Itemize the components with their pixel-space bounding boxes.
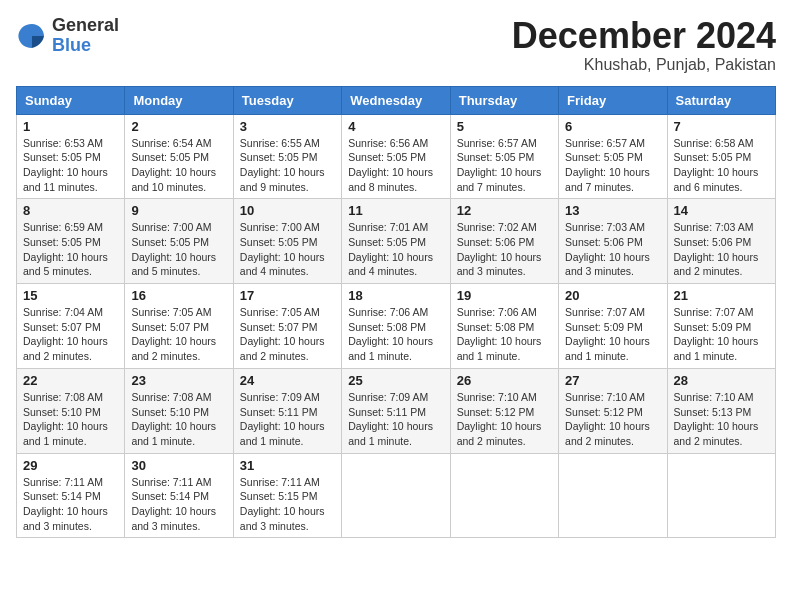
calendar-cell: 14 Sunrise: 7:03 AMSunset: 5:06 PMDaylig… [667,199,775,284]
calendar-cell: 16 Sunrise: 7:05 AMSunset: 5:07 PMDaylig… [125,284,233,369]
day-detail: Sunrise: 7:07 AMSunset: 5:09 PMDaylight:… [674,306,759,362]
day-detail: Sunrise: 7:00 AMSunset: 5:05 PMDaylight:… [131,221,216,277]
day-number: 7 [674,119,769,134]
day-number: 25 [348,373,443,388]
col-wednesday: Wednesday [342,86,450,114]
calendar-cell: 20 Sunrise: 7:07 AMSunset: 5:09 PMDaylig… [559,284,667,369]
day-detail: Sunrise: 7:10 AMSunset: 5:12 PMDaylight:… [565,391,650,447]
day-number: 20 [565,288,660,303]
day-number: 13 [565,203,660,218]
day-number: 12 [457,203,552,218]
day-detail: Sunrise: 7:08 AMSunset: 5:10 PMDaylight:… [131,391,216,447]
calendar-cell: 30 Sunrise: 7:11 AMSunset: 5:14 PMDaylig… [125,453,233,538]
logo-text: General Blue [52,16,119,56]
day-detail: Sunrise: 7:03 AMSunset: 5:06 PMDaylight:… [565,221,650,277]
day-number: 18 [348,288,443,303]
calendar-cell: 18 Sunrise: 7:06 AMSunset: 5:08 PMDaylig… [342,284,450,369]
calendar-cell: 9 Sunrise: 7:00 AMSunset: 5:05 PMDayligh… [125,199,233,284]
day-number: 15 [23,288,118,303]
calendar-cell [559,453,667,538]
calendar-cell: 22 Sunrise: 7:08 AMSunset: 5:10 PMDaylig… [17,368,125,453]
calendar-cell [667,453,775,538]
calendar-cell: 31 Sunrise: 7:11 AMSunset: 5:15 PMDaylig… [233,453,341,538]
location: Khushab, Punjab, Pakistan [512,56,776,74]
calendar-cell: 4 Sunrise: 6:56 AMSunset: 5:05 PMDayligh… [342,114,450,199]
page-header: General Blue December 2024 Khushab, Punj… [16,16,776,74]
calendar-cell: 21 Sunrise: 7:07 AMSunset: 5:09 PMDaylig… [667,284,775,369]
calendar-cell: 27 Sunrise: 7:10 AMSunset: 5:12 PMDaylig… [559,368,667,453]
calendar-week-row: 15 Sunrise: 7:04 AMSunset: 5:07 PMDaylig… [17,284,776,369]
day-detail: Sunrise: 7:01 AMSunset: 5:05 PMDaylight:… [348,221,433,277]
day-detail: Sunrise: 7:08 AMSunset: 5:10 PMDaylight:… [23,391,108,447]
logo-general: General [52,15,119,35]
calendar-week-row: 8 Sunrise: 6:59 AMSunset: 5:05 PMDayligh… [17,199,776,284]
calendar-cell: 7 Sunrise: 6:58 AMSunset: 5:05 PMDayligh… [667,114,775,199]
col-friday: Friday [559,86,667,114]
title-block: December 2024 Khushab, Punjab, Pakistan [512,16,776,74]
month-title: December 2024 [512,16,776,56]
day-number: 14 [674,203,769,218]
day-detail: Sunrise: 7:04 AMSunset: 5:07 PMDaylight:… [23,306,108,362]
calendar-cell: 6 Sunrise: 6:57 AMSunset: 5:05 PMDayligh… [559,114,667,199]
day-detail: Sunrise: 6:53 AMSunset: 5:05 PMDaylight:… [23,137,108,193]
calendar-cell: 17 Sunrise: 7:05 AMSunset: 5:07 PMDaylig… [233,284,341,369]
day-number: 5 [457,119,552,134]
day-number: 6 [565,119,660,134]
calendar-cell: 25 Sunrise: 7:09 AMSunset: 5:11 PMDaylig… [342,368,450,453]
day-detail: Sunrise: 6:58 AMSunset: 5:05 PMDaylight:… [674,137,759,193]
day-detail: Sunrise: 6:55 AMSunset: 5:05 PMDaylight:… [240,137,325,193]
day-number: 22 [23,373,118,388]
logo: General Blue [16,16,119,56]
day-number: 19 [457,288,552,303]
day-detail: Sunrise: 7:11 AMSunset: 5:15 PMDaylight:… [240,476,325,532]
calendar-cell: 28 Sunrise: 7:10 AMSunset: 5:13 PMDaylig… [667,368,775,453]
day-number: 10 [240,203,335,218]
calendar-cell [450,453,558,538]
calendar-cell: 2 Sunrise: 6:54 AMSunset: 5:05 PMDayligh… [125,114,233,199]
day-number: 24 [240,373,335,388]
day-detail: Sunrise: 7:06 AMSunset: 5:08 PMDaylight:… [457,306,542,362]
calendar-cell [342,453,450,538]
col-saturday: Saturday [667,86,775,114]
day-number: 28 [674,373,769,388]
day-number: 3 [240,119,335,134]
day-number: 1 [23,119,118,134]
day-number: 30 [131,458,226,473]
day-detail: Sunrise: 7:09 AMSunset: 5:11 PMDaylight:… [348,391,433,447]
day-detail: Sunrise: 6:57 AMSunset: 5:05 PMDaylight:… [457,137,542,193]
day-number: 31 [240,458,335,473]
day-number: 29 [23,458,118,473]
calendar-cell: 19 Sunrise: 7:06 AMSunset: 5:08 PMDaylig… [450,284,558,369]
col-tuesday: Tuesday [233,86,341,114]
day-number: 9 [131,203,226,218]
col-monday: Monday [125,86,233,114]
day-detail: Sunrise: 7:05 AMSunset: 5:07 PMDaylight:… [240,306,325,362]
calendar-cell: 3 Sunrise: 6:55 AMSunset: 5:05 PMDayligh… [233,114,341,199]
calendar-week-row: 22 Sunrise: 7:08 AMSunset: 5:10 PMDaylig… [17,368,776,453]
day-number: 11 [348,203,443,218]
calendar-cell: 11 Sunrise: 7:01 AMSunset: 5:05 PMDaylig… [342,199,450,284]
calendar-cell: 23 Sunrise: 7:08 AMSunset: 5:10 PMDaylig… [125,368,233,453]
calendar-cell: 12 Sunrise: 7:02 AMSunset: 5:06 PMDaylig… [450,199,558,284]
calendar-cell: 1 Sunrise: 6:53 AMSunset: 5:05 PMDayligh… [17,114,125,199]
day-detail: Sunrise: 7:06 AMSunset: 5:08 PMDaylight:… [348,306,433,362]
calendar-cell: 15 Sunrise: 7:04 AMSunset: 5:07 PMDaylig… [17,284,125,369]
day-number: 16 [131,288,226,303]
day-detail: Sunrise: 7:00 AMSunset: 5:05 PMDaylight:… [240,221,325,277]
day-detail: Sunrise: 6:59 AMSunset: 5:05 PMDaylight:… [23,221,108,277]
day-detail: Sunrise: 7:07 AMSunset: 5:09 PMDaylight:… [565,306,650,362]
calendar-table: Sunday Monday Tuesday Wednesday Thursday… [16,86,776,539]
day-detail: Sunrise: 7:11 AMSunset: 5:14 PMDaylight:… [23,476,108,532]
calendar-cell: 29 Sunrise: 7:11 AMSunset: 5:14 PMDaylig… [17,453,125,538]
calendar-header-row: Sunday Monday Tuesday Wednesday Thursday… [17,86,776,114]
calendar-week-row: 1 Sunrise: 6:53 AMSunset: 5:05 PMDayligh… [17,114,776,199]
logo-icon [16,20,48,52]
calendar-cell: 13 Sunrise: 7:03 AMSunset: 5:06 PMDaylig… [559,199,667,284]
day-detail: Sunrise: 7:11 AMSunset: 5:14 PMDaylight:… [131,476,216,532]
calendar-week-row: 29 Sunrise: 7:11 AMSunset: 5:14 PMDaylig… [17,453,776,538]
col-thursday: Thursday [450,86,558,114]
day-number: 21 [674,288,769,303]
day-detail: Sunrise: 6:56 AMSunset: 5:05 PMDaylight:… [348,137,433,193]
day-detail: Sunrise: 7:03 AMSunset: 5:06 PMDaylight:… [674,221,759,277]
calendar-cell: 10 Sunrise: 7:00 AMSunset: 5:05 PMDaylig… [233,199,341,284]
